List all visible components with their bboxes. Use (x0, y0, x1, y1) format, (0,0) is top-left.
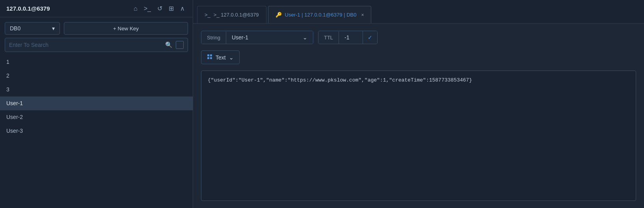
svg-rect-1 (210, 54, 212, 56)
value-format-row: Text ⌄ (201, 50, 636, 64)
header-icons: ⌂ >_ ↺ ⊞ ∧ (132, 4, 186, 13)
key-item-1[interactable]: 1 (0, 55, 193, 69)
db-chevron-icon: ▾ (52, 25, 55, 32)
db-selector[interactable]: DB0 ▾ (5, 22, 60, 35)
connection-title: 127.0.0.1@6379 (6, 5, 50, 12)
terminal-tab-icon: >_ (205, 12, 210, 18)
svg-rect-2 (207, 57, 209, 59)
tab-terminal[interactable]: >_ >_ 127.0.0.1@6379 (197, 6, 266, 23)
svg-rect-0 (207, 54, 209, 56)
tabs-bar: >_ >_ 127.0.0.1@6379 🔑 User-1 | 127.0.0.… (193, 0, 644, 24)
left-controls: DB0 ▾ + New Key (0, 17, 193, 38)
format-selector[interactable]: Text ⌄ (201, 50, 240, 64)
left-header: 127.0.0.1@6379 ⌂ >_ ↺ ⊞ ∧ (0, 0, 193, 17)
key-info-row: String User-1 ⌄ TTL -1 ✓ (201, 31, 636, 44)
key-type-name-box: String User-1 ⌄ (201, 31, 313, 44)
ttl-box: TTL -1 ✓ (318, 31, 378, 44)
key-list: 1 2 3 User-1 User-2 User-3 (0, 55, 193, 208)
format-icon (207, 54, 212, 61)
content-area: String User-1 ⌄ TTL -1 ✓ (193, 24, 644, 208)
value-editor[interactable]: {"userId":"User-1","name":"https://www.p… (201, 71, 636, 201)
svg-rect-3 (210, 57, 212, 59)
db-value: DB0 (10, 25, 20, 32)
key-tab-icon: 🔑 (275, 12, 282, 18)
key-name-chevron-icon: ⌄ (303, 34, 307, 41)
format-chevron-icon: ⌄ (229, 54, 234, 61)
key-type-label: String (201, 32, 226, 44)
refresh-icon[interactable]: ↺ (156, 4, 164, 13)
grid-icon[interactable]: ⊞ (167, 4, 175, 13)
key-item-user3[interactable]: User-3 (0, 124, 193, 138)
format-label: Text (216, 54, 226, 61)
home-icon[interactable]: ⌂ (132, 4, 139, 13)
key-item-user1[interactable]: User-1 (0, 97, 193, 110)
ttl-confirm-button[interactable]: ✓ (363, 31, 377, 44)
key-tab-label: User-1 | 127.0.0.1@6379 | DB0 (285, 12, 357, 18)
right-panel: >_ >_ 127.0.0.1@6379 🔑 User-1 | 127.0.0.… (193, 0, 644, 208)
left-panel: 127.0.0.1@6379 ⌂ >_ ↺ ⊞ ∧ DB0 ▾ + New Ke… (0, 0, 193, 208)
key-name-field[interactable]: User-1 ⌄ (226, 31, 313, 44)
key-item-2[interactable]: 2 (0, 69, 193, 83)
ttl-label: TTL (318, 32, 339, 44)
key-name-value: User-1 (232, 34, 248, 41)
tab-close-button[interactable]: × (361, 12, 364, 18)
search-icon[interactable]: 🔍 (165, 41, 173, 48)
terminal-tab-label: >_ 127.0.0.1@6379 (214, 12, 259, 18)
terminal-icon[interactable]: >_ (142, 4, 153, 13)
new-key-label: + New Key (113, 26, 139, 32)
key-item-3[interactable]: 3 (0, 83, 193, 97)
ttl-value[interactable]: -1 (339, 31, 363, 44)
search-grid-toggle[interactable] (176, 41, 184, 49)
search-input[interactable] (9, 42, 162, 48)
collapse-icon[interactable]: ∧ (179, 4, 186, 13)
new-key-button[interactable]: + New Key (64, 22, 188, 35)
tab-key-editor[interactable]: 🔑 User-1 | 127.0.0.1@6379 | DB0 × (268, 6, 372, 23)
key-item-user2[interactable]: User-2 (0, 110, 193, 124)
search-bar: 🔍 (5, 38, 188, 52)
